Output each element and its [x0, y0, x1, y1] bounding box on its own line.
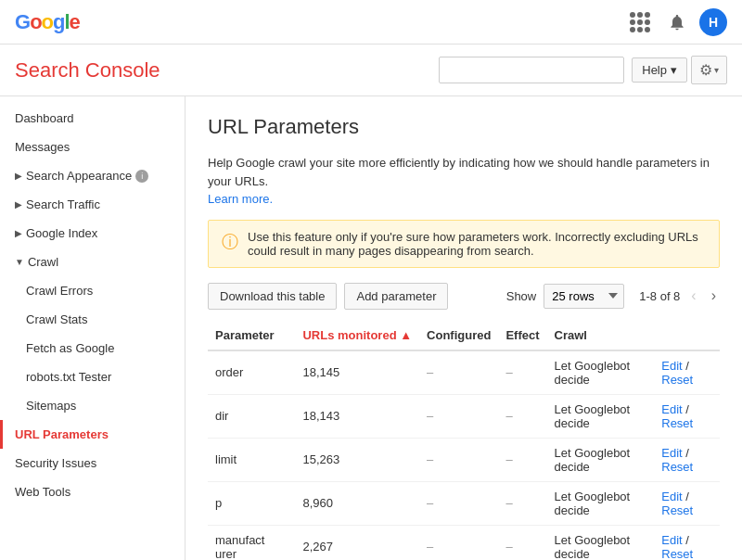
reset-link[interactable]: Reset [661, 460, 693, 474]
col-header-actions [654, 321, 720, 350]
sidebar-item-robots-tester[interactable]: robots.txt Tester [0, 363, 185, 391]
sidebar-item-url-parameters[interactable]: URL Parameters [0, 420, 185, 449]
cell-actions[interactable]: Edit / Reset [654, 525, 720, 560]
cell-urls: 18,143 [295, 394, 419, 438]
col-header-configured: Configured [419, 321, 498, 350]
show-label: Show [506, 289, 537, 303]
reset-link[interactable]: Reset [661, 547, 693, 561]
download-table-button[interactable]: Download this table [208, 283, 337, 310]
table-row: limit15,263––Let Googlebot decideEdit / … [208, 438, 720, 481]
edit-link[interactable]: Edit [661, 490, 682, 503]
logo-o1: o [30, 10, 41, 33]
settings-button[interactable]: ⚙ ▾ [691, 56, 727, 84]
cell-effect: – [498, 525, 546, 560]
arrow-icon: ▶ [15, 228, 22, 238]
cell-crawl: Let Googlebot decide [547, 525, 655, 560]
cell-actions[interactable]: Edit / Reset [654, 481, 720, 525]
col-header-urls[interactable]: URLs monitored ▲ [295, 321, 419, 350]
info-icon: i [135, 170, 148, 183]
cell-configured: – [419, 438, 498, 481]
next-page-button[interactable]: › [708, 286, 720, 306]
cell-configured: – [419, 394, 498, 438]
learn-more-link[interactable]: Learn more. [208, 192, 273, 206]
cell-configured: – [419, 350, 498, 395]
logo-e: e [70, 10, 80, 33]
table-row: order18,145––Let Googlebot decideEdit / … [208, 350, 720, 395]
arrow-open-icon: ▼ [15, 257, 24, 267]
edit-link[interactable]: Edit [661, 446, 682, 460]
sidebar-item-sitemaps[interactable]: Sitemaps [0, 391, 185, 420]
table-row: manufact urer2,267––Let Googlebot decide… [208, 525, 720, 560]
settings-chevron-icon: ▾ [714, 65, 719, 75]
sidebar-item-messages[interactable]: Messages [0, 133, 185, 161]
table-body: order18,145––Let Googlebot decideEdit / … [208, 350, 720, 561]
cell-configured: – [419, 525, 498, 560]
reset-link[interactable]: Reset [661, 416, 693, 430]
notifications-button[interactable] [662, 7, 692, 37]
cell-crawl: Let Googlebot decide [547, 438, 655, 481]
edit-link[interactable]: Edit [661, 359, 682, 373]
cell-urls: 18,145 [295, 350, 419, 395]
apps-grid-icon [626, 8, 654, 36]
reset-link[interactable]: Reset [661, 503, 693, 517]
cell-urls: 8,960 [295, 481, 419, 525]
col-header-effect: Effect [498, 321, 546, 350]
parameters-table: Parameter URLs monitored ▲ Configured Ef… [208, 321, 720, 561]
search-input[interactable] [439, 57, 624, 83]
pagination-info: 1-8 of 8 [639, 289, 680, 303]
cell-actions[interactable]: Edit / Reset [654, 350, 720, 395]
cell-param: p [208, 481, 295, 525]
app-title: Search Console [15, 58, 160, 83]
bell-icon [668, 13, 686, 32]
warning-box: ⓘ Use this feature only if you're sure h… [208, 220, 720, 268]
google-logo: Google [15, 10, 80, 34]
sidebar-item-crawl[interactable]: ▼ Crawl [0, 248, 185, 276]
edit-link[interactable]: Edit [661, 533, 682, 547]
arrow-icon: ▶ [15, 199, 22, 210]
reset-link[interactable]: Reset [661, 373, 693, 387]
cell-actions[interactable]: Edit / Reset [654, 394, 720, 438]
cell-effect: – [498, 394, 546, 438]
chevron-down-icon: ▾ [671, 63, 677, 77]
cell-configured: – [419, 481, 498, 525]
toolbar: Download this table Add parameter Show 2… [208, 283, 720, 310]
sidebar-item-search-traffic[interactable]: ▶ Search Traffic [0, 190, 185, 219]
page-title: URL Parameters [208, 115, 720, 139]
sidebar-item-google-index[interactable]: ▶ Google Index [0, 219, 185, 248]
prev-page-button[interactable]: ‹ [687, 286, 699, 306]
logo-o2: o [42, 10, 53, 33]
help-button[interactable]: Help ▾ [632, 57, 687, 83]
layout: Dashboard Messages ▶ Search Appearance i… [0, 96, 742, 560]
sidebar-item-dashboard[interactable]: Dashboard [0, 104, 185, 133]
cell-crawl: Let Googlebot decide [547, 481, 655, 525]
apps-button[interactable] [625, 7, 655, 37]
table-row: p8,960––Let Googlebot decideEdit / Reset [208, 481, 720, 525]
cell-actions[interactable]: Edit / Reset [654, 438, 720, 481]
topbar-left: Google [15, 10, 80, 34]
main-content: URL Parameters Help Google crawl your si… [186, 96, 742, 560]
gear-icon: ⚙ [699, 61, 712, 79]
sidebar-item-web-tools[interactable]: Web Tools [0, 477, 185, 506]
avatar[interactable]: H [699, 8, 727, 36]
add-parameter-button[interactable]: Add parameter [344, 283, 448, 310]
cell-param: limit [208, 438, 295, 481]
topbar-right: H [625, 7, 727, 37]
cell-crawl: Let Googlebot decide [547, 350, 655, 395]
cell-param: order [208, 350, 295, 395]
rows-per-page-select[interactable]: 25 rows 50 rows 100 rows [544, 284, 624, 309]
cell-effect: – [498, 438, 546, 481]
table-row: dir18,143––Let Googlebot decideEdit / Re… [208, 394, 720, 438]
warning-icon: ⓘ [222, 231, 238, 253]
sidebar: Dashboard Messages ▶ Search Appearance i… [0, 96, 186, 560]
sidebar-item-search-appearance[interactable]: ▶ Search Appearance i [0, 161, 185, 190]
sidebar-item-fetch-as-google[interactable]: Fetch as Google [0, 334, 185, 363]
sidebar-item-crawl-errors[interactable]: Crawl Errors [0, 276, 185, 305]
sidebar-item-crawl-stats[interactable]: Crawl Stats [0, 305, 185, 334]
sidebar-item-security-issues[interactable]: Security Issues [0, 449, 185, 477]
edit-link[interactable]: Edit [661, 402, 682, 416]
logo-g1: G [15, 10, 30, 33]
cell-param: manufact urer [208, 525, 295, 560]
cell-effect: – [498, 481, 546, 525]
arrow-icon: ▶ [15, 171, 22, 181]
cell-crawl: Let Googlebot decide [547, 394, 655, 438]
